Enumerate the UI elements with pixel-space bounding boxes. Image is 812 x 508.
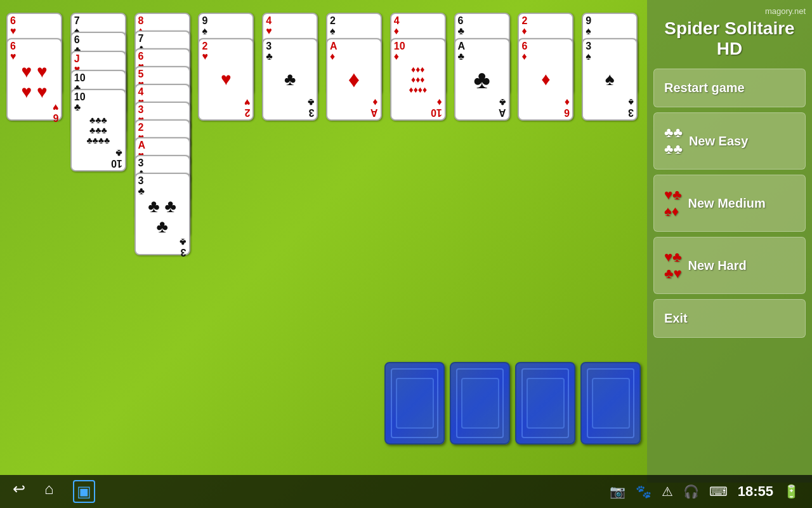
headphone-icon: 🎧	[683, 484, 699, 499]
column-5[interactable]: 2♠ ♦ 2♠ A♦ ♦ A♦	[326, 13, 385, 140]
exit-label: Exit	[664, 311, 688, 326]
card-6d[interactable]: 6♦ ♦ 6♦	[518, 38, 573, 121]
nav-right: 📷 🐾 ⚠ 🎧 ⌨ 18:55 🔋	[610, 483, 799, 500]
home-icon[interactable]: ⌂	[44, 480, 54, 503]
new-medium-button[interactable]: ♥♣♠♦ New Medium	[653, 175, 806, 232]
easy-suits-icon: ♣♣♣♣	[664, 124, 683, 157]
hard-suits-icon: ♥♣♣♥	[664, 249, 682, 282]
system-time: 18:55	[738, 483, 773, 500]
restart-label: Restart game	[664, 81, 745, 95]
stock-pile[interactable]	[384, 362, 641, 444]
new-easy-label: New Easy	[689, 134, 748, 149]
card-10d[interactable]: 10♦ ♦♦♦♦♦♦♦♦♦♦ 10♦	[390, 38, 446, 121]
stock-card-1[interactable]	[384, 362, 445, 444]
card-2h-col3[interactable]: 2♥ ♥ 2♥	[198, 38, 254, 121]
column-3[interactable]: 9♠ ♠ 9♠ 2♥ ♥ 2♥	[198, 13, 257, 140]
card-6h-2[interactable]: 6♥ ♥ ♥♥ ♥ 6♥	[6, 38, 62, 121]
nav-bar: ↩ ⌂ ▣ 📷 🐾 ⚠ 🎧 ⌨ 18:55 🔋	[0, 475, 812, 508]
site-name: magory.net	[653, 6, 806, 16]
column-9[interactable]: 9♠ ♠ 9♠ 3♠ ♠ 3♠	[582, 13, 641, 140]
card-ad[interactable]: A♦ ♦ A♦	[326, 38, 382, 121]
column-8[interactable]: 2♦ ♦ 2♦ 6♦ ♦ 6♦	[518, 13, 577, 140]
app-title: Spider Solitaire HD	[653, 18, 806, 59]
card-3c-col4[interactable]: 3♣ ♣ 3♣	[262, 38, 318, 121]
recents-icon[interactable]: ▣	[73, 480, 95, 503]
new-medium-label: New Medium	[688, 196, 766, 211]
nav-left: ↩ ⌂ ▣	[13, 480, 95, 503]
column-2[interactable]: 8♦ ♦ 8♦ 7♣ ♣ 7♣ 6♥ ♥ 6♥ 5♥ ♥ 5♥ 4♥ ♥	[134, 13, 193, 279]
sidebar: magory.net Spider Solitaire HD Restart g…	[647, 0, 812, 483]
column-0[interactable]: 6♥ ♥ 6♥ 6♥ ♥ ♥♥ ♥ 6♥	[6, 13, 65, 140]
card-3s[interactable]: 3♠ ♠ 3♠	[582, 38, 638, 121]
stock-card-3[interactable]	[515, 362, 575, 444]
clock-icon: 🐾	[636, 484, 652, 499]
warning-icon: ⚠	[662, 484, 673, 499]
keyboard-icon: ⌨	[709, 484, 728, 499]
new-easy-button[interactable]: ♣♣♣♣ New Easy	[653, 112, 806, 170]
stock-card-4[interactable]	[580, 362, 641, 444]
battery-icon: 🔋	[783, 484, 799, 499]
exit-button[interactable]: Exit	[653, 299, 806, 338]
column-4[interactable]: 4♥ ♥ ♥♥ ♥ 4♥ 3♣ ♣ 3♣	[262, 13, 321, 140]
column-6[interactable]: 4♦ ♦♦♦♦ 4♦ 10♦ ♦♦♦♦♦♦♦♦♦♦ 10♦	[390, 13, 449, 140]
card-10c-2[interactable]: 10♣ ♣♣♣♣♣♣♣♣♣♣ 10♣	[70, 89, 126, 171]
card-ac[interactable]: A♣ ♣ A♣	[454, 38, 510, 121]
column-7[interactable]: 6♣ ♣ 6♣ A♣ ♣ A♣	[454, 13, 513, 140]
stock-card-2[interactable]	[450, 362, 510, 444]
new-hard-button[interactable]: ♥♣♣♥ New Hard	[653, 237, 806, 294]
new-hard-label: New Hard	[688, 258, 747, 273]
restart-button[interactable]: Restart game	[653, 69, 806, 107]
game-area: 6♥ ♥ 6♥ 6♥ ♥ ♥♥ ♥ 6♥ 7♠ ♠ 7♠ 6♣ ♣ 6♣	[0, 0, 647, 483]
column-1[interactable]: 7♠ ♠ 7♠ 6♣ ♣ 6♣ J♥ 👑♥ J♥ 10♣ ♣ 10♣ 10♣	[70, 13, 129, 190]
card-columns: 6♥ ♥ 6♥ 6♥ ♥ ♥♥ ♥ 6♥ 7♠ ♠ 7♠ 6♣ ♣ 6♣	[0, 0, 647, 292]
card-3c-2[interactable]: 3♣ ♣ ♣♣ 3♣	[134, 173, 190, 255]
medium-suits-icon: ♥♣♠♦	[664, 187, 682, 220]
screenshot-icon: 📷	[610, 484, 625, 499]
back-icon[interactable]: ↩	[13, 480, 25, 503]
